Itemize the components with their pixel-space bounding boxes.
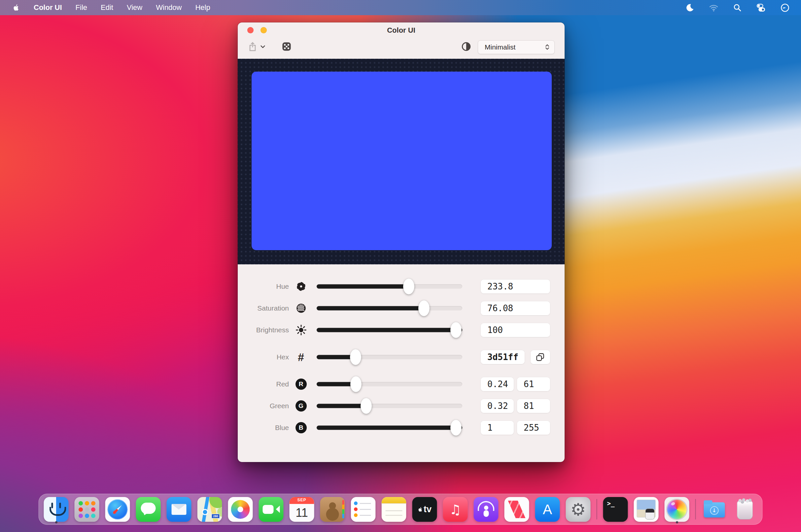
- hue-value-field[interactable]: 233.8: [480, 279, 551, 294]
- brightness-value-field[interactable]: 100: [480, 323, 551, 337]
- row-green: GreenG0.3281: [238, 398, 564, 414]
- sun-icon: [296, 324, 307, 336]
- podcasts-head-shape: [484, 506, 488, 510]
- toolbar: Minimalist: [238, 38, 564, 59]
- search-icon[interactable]: [733, 3, 742, 12]
- dock-appletv[interactable]: tv: [412, 495, 437, 523]
- minimize-button[interactable]: [261, 27, 267, 33]
- hex-label: Hex: [238, 353, 289, 361]
- dock-mail[interactable]: [167, 495, 191, 523]
- maps-route-shield: 280: [211, 514, 220, 518]
- row-hue: Hue233.8: [238, 278, 564, 295]
- dock-messages[interactable]: [136, 495, 161, 523]
- dock-appstore[interactable]: A: [535, 495, 560, 523]
- hex-slider-thumb[interactable]: [350, 349, 361, 365]
- menu-item-edit[interactable]: Edit: [101, 3, 113, 12]
- dock-podcasts[interactable]: [474, 495, 499, 523]
- menubar-app-name[interactable]: Color UI: [34, 3, 62, 12]
- download-arrow-glyph: ↓: [710, 506, 719, 515]
- green-slider-thumb[interactable]: [360, 398, 372, 414]
- blue-byte-field[interactable]: 255: [517, 420, 551, 435]
- hash-icon: #: [298, 352, 304, 363]
- podcasts-body-shape: [483, 510, 489, 517]
- podcasts-app-icon: [474, 497, 499, 522]
- menu-item-help[interactable]: Help: [195, 3, 210, 12]
- apple-logo-icon[interactable]: [12, 4, 20, 12]
- blue-slider[interactable]: [317, 420, 462, 436]
- dock-maps[interactable]: 280: [198, 495, 222, 523]
- dock-calendar[interactable]: SEP11: [290, 495, 314, 523]
- hex-slider[interactable]: [317, 349, 462, 365]
- row-hex: Hex#3d51ff: [238, 349, 564, 365]
- mail-app-icon: [167, 497, 191, 522]
- appletv-app-icon: tv: [412, 497, 437, 522]
- share-button[interactable]: [248, 41, 258, 53]
- brightness-slider-thumb[interactable]: [450, 322, 462, 338]
- dock-contacts[interactable]: [320, 495, 345, 523]
- dock-finder[interactable]: [44, 495, 69, 523]
- controls-panel: Hue233.8Saturation76.08Brightness100Hex#…: [238, 264, 564, 436]
- dock-colorui[interactable]: [665, 495, 689, 523]
- contacts-app-icon: [320, 497, 345, 522]
- control-center-icon[interactable]: [756, 3, 766, 13]
- theme-select[interactable]: Minimalist: [478, 40, 555, 54]
- close-button[interactable]: [247, 27, 254, 33]
- hue-value-field-text: 233.8: [487, 282, 513, 291]
- green-slider[interactable]: [317, 398, 462, 414]
- colorui-window: Color UI Minimalist Hue233.8Saturation76…: [238, 22, 564, 462]
- row-blue: BlueB1255: [238, 419, 564, 436]
- dock-reminders[interactable]: [351, 495, 376, 523]
- red-slider[interactable]: [317, 376, 462, 392]
- red-badge: R: [296, 379, 307, 390]
- dock-preview[interactable]: [634, 495, 659, 523]
- music-note-glyph: ♫: [449, 502, 461, 517]
- preview-app-icon: [634, 497, 659, 522]
- reminders-app-icon: [351, 497, 376, 522]
- hue-slider[interactable]: [317, 279, 462, 294]
- brightness-slider[interactable]: [317, 322, 462, 338]
- hex-value-field[interactable]: 3d51ff: [480, 350, 525, 364]
- menu-item-window[interactable]: Window: [156, 3, 182, 12]
- saturation-slider-thumb[interactable]: [418, 300, 430, 316]
- contrast-toggle-button[interactable]: [461, 42, 471, 53]
- appletv-glyph: tv: [424, 504, 431, 514]
- red-slider-thumb[interactable]: [350, 376, 361, 392]
- menu-item-view[interactable]: View: [127, 3, 142, 12]
- blue-slider-thumb[interactable]: [450, 420, 462, 436]
- dock-sysprefs[interactable]: ⚙: [566, 495, 591, 523]
- row-brightness: Brightness100: [238, 322, 564, 338]
- saturation-slider[interactable]: [317, 300, 462, 316]
- dock-downloads[interactable]: ↓: [702, 495, 727, 523]
- dock-music[interactable]: ♫: [443, 495, 468, 523]
- dock-trash[interactable]: [733, 495, 758, 523]
- blue-fraction-field[interactable]: 1: [480, 420, 514, 435]
- hue-slider-thumb[interactable]: [403, 279, 414, 294]
- copy-hex-button[interactable]: [530, 350, 551, 364]
- blue-label: Blue: [238, 424, 289, 432]
- dock-notes[interactable]: [382, 495, 407, 523]
- red-fraction-field[interactable]: 0.24: [480, 377, 514, 392]
- dock-photos[interactable]: [228, 495, 253, 523]
- moon-icon[interactable]: [686, 3, 694, 12]
- blue-byte-field-text: 255: [524, 423, 539, 433]
- menu-item-file[interactable]: File: [76, 3, 87, 12]
- share-options-button[interactable]: [260, 43, 266, 51]
- green-byte-field[interactable]: 81: [517, 399, 551, 413]
- window-title-bar[interactable]: Color UI: [238, 22, 564, 38]
- random-color-button[interactable]: [281, 41, 292, 53]
- dock-launchpad[interactable]: [75, 495, 99, 523]
- maps-app-icon: 280: [198, 497, 222, 522]
- blue-fraction-field-text: 1: [487, 423, 492, 433]
- dock-news[interactable]: [504, 495, 529, 523]
- saturation-value-field[interactable]: 76.08: [480, 301, 551, 316]
- trash-app-icon: [733, 497, 758, 522]
- red-byte-field-text: 61: [524, 379, 534, 389]
- red-byte-field[interactable]: 61: [517, 377, 551, 392]
- preview-canvas: [238, 59, 564, 264]
- dock-terminal[interactable]: >_: [603, 495, 628, 523]
- dock-facetime[interactable]: [259, 495, 284, 523]
- dock-safari[interactable]: [105, 495, 130, 523]
- wifi-icon[interactable]: [709, 3, 719, 13]
- clock-icon[interactable]: [780, 3, 790, 13]
- green-fraction-field[interactable]: 0.32: [480, 399, 514, 413]
